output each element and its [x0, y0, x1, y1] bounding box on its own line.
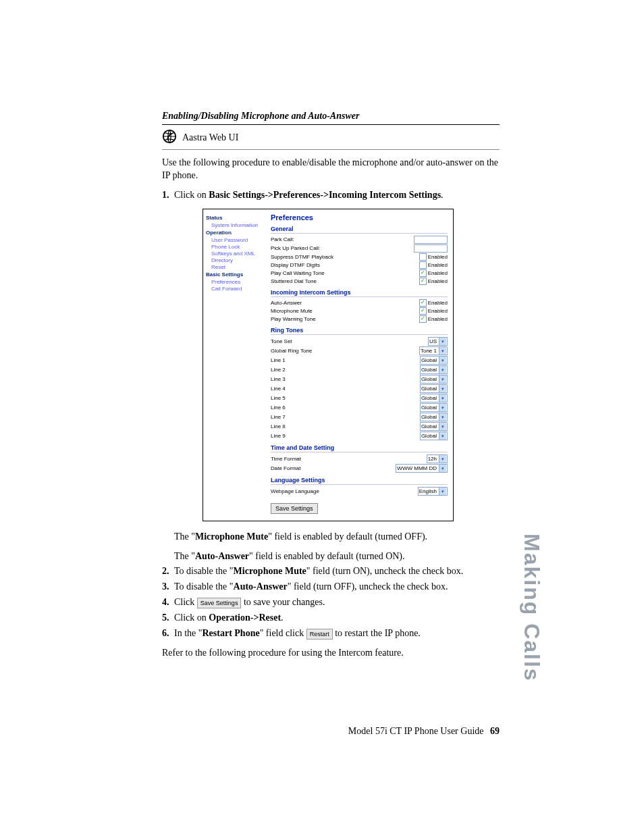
- step-bold: Microphone Mute: [234, 566, 306, 576]
- webui-page-title: Preferences: [271, 213, 448, 221]
- line8-label: Line 8: [271, 423, 286, 429]
- footer-guide-title: Model 57i CT IP Phone User Guide: [348, 726, 484, 736]
- section-title: Enabling/Disabling Microphone and Auto-A…: [162, 111, 500, 125]
- step-6: 6. In the "Restart Phone" field click Re…: [162, 627, 500, 640]
- line4-label: Line 4: [271, 386, 286, 392]
- enabled-label: Enabled: [428, 253, 448, 259]
- select-value: Global: [421, 405, 437, 411]
- restart-inline-button: Restart: [306, 629, 333, 640]
- park-call-label: Park Call:: [271, 236, 294, 242]
- chevron-down-icon: ▾: [439, 394, 446, 402]
- line5-label: Line 5: [271, 395, 286, 401]
- chevron-down-icon: ▾: [439, 488, 446, 495]
- step-text: Click on: [174, 190, 209, 200]
- line4-select[interactable]: Global▾: [420, 384, 448, 393]
- line7-label: Line 7: [271, 414, 286, 420]
- step-text: In the ": [174, 628, 202, 638]
- mute-note: The "Microphone Mute" field is enabled b…: [174, 531, 500, 544]
- chevron-down-icon: ▾: [439, 385, 446, 392]
- line1-select[interactable]: Global▾: [420, 356, 448, 365]
- mic-mute-label: Microphone Mute: [271, 308, 313, 314]
- save-settings-button[interactable]: Save Settings: [271, 503, 318, 514]
- play-warn-label: Play Warning Tone: [271, 316, 316, 322]
- global-ring-select[interactable]: Tone 1▾: [419, 346, 448, 355]
- line3-label: Line 3: [271, 376, 286, 382]
- line7-select[interactable]: Global▾: [420, 413, 448, 421]
- stutter-checkbox[interactable]: [419, 278, 427, 285]
- enabled-label: Enabled: [428, 315, 448, 321]
- chevron-down-icon: ▾: [439, 404, 446, 411]
- section-tab: Making Calls: [519, 533, 544, 682]
- play-cwt-label: Play Call Waiting Tone: [271, 270, 325, 276]
- step-text-end: to restart the IP phone.: [333, 628, 421, 638]
- enabled-label: Enabled: [428, 269, 448, 276]
- step-number: 6.: [162, 627, 169, 640]
- auto-answer-checkbox[interactable]: [419, 299, 427, 307]
- time-format-label: Time Format: [271, 456, 301, 462]
- select-value: Global: [421, 423, 437, 429]
- nav-phone-lock[interactable]: Phone Lock: [211, 244, 265, 250]
- select-value: Tone 1: [421, 348, 437, 354]
- time-format-select[interactable]: 12h▾: [427, 454, 448, 463]
- display-dtmf-label: Display DTMF Digits: [271, 262, 320, 268]
- select-value: English: [419, 488, 437, 494]
- select-value: Global: [421, 357, 437, 363]
- stutter-label: Stuttered Dial Tone: [271, 278, 317, 284]
- select-value: Global: [421, 367, 437, 373]
- date-format-label: Date Format: [271, 465, 300, 471]
- enabled-label: Enabled: [428, 261, 448, 267]
- display-dtmf-checkbox[interactable]: [419, 261, 427, 269]
- step-text-end: " field (turn OFF), uncheck the check bo…: [288, 581, 448, 592]
- nav-system-info[interactable]: System Information: [211, 222, 265, 228]
- webpage-lang-select[interactable]: English▾: [418, 487, 448, 496]
- chevron-down-icon: ▾: [439, 338, 446, 345]
- chevron-down-icon: ▾: [439, 413, 446, 421]
- step-1: 1. Click on Basic Settings->Preferences-…: [162, 189, 500, 202]
- webui-nav: Status System Information Operation User…: [203, 209, 268, 521]
- ring-section-header: Ring Tones: [271, 327, 448, 335]
- chevron-down-icon: ▾: [439, 375, 446, 383]
- nav-directory[interactable]: Directory: [211, 257, 265, 263]
- park-call-input[interactable]: [414, 236, 448, 244]
- step-text-end: .: [441, 190, 444, 200]
- globe-icon: [162, 129, 177, 147]
- step-text-end: " field (turn ON), uncheck the check box…: [306, 566, 463, 576]
- select-value: Global: [421, 376, 437, 382]
- play-warn-checkbox[interactable]: [419, 315, 427, 323]
- enabled-label: Enabled: [428, 278, 448, 284]
- nav-reset[interactable]: Reset: [211, 264, 265, 270]
- mic-mute-checkbox[interactable]: [419, 307, 427, 315]
- nav-user-password[interactable]: User Password: [211, 237, 265, 243]
- chevron-down-icon: ▾: [439, 432, 446, 440]
- pickup-input[interactable]: [414, 244, 448, 253]
- select-value: WWW MMM DD: [397, 465, 437, 471]
- step-number: 1.: [162, 189, 169, 202]
- play-cwt-checkbox[interactable]: [419, 269, 427, 277]
- select-value: 12h: [428, 456, 437, 462]
- nav-softkeys-xml[interactable]: Softkeys and XML: [211, 251, 265, 257]
- chevron-down-icon: ▾: [439, 366, 446, 373]
- line6-select[interactable]: Global▾: [420, 403, 448, 412]
- step-number: 2.: [162, 565, 169, 578]
- suppress-dtmf-checkbox[interactable]: [419, 253, 427, 261]
- page-footer: Model 57i CT IP Phone User Guide 69: [162, 726, 500, 737]
- step-5: 5. Click on Operation->Reset.: [162, 612, 500, 625]
- line2-select[interactable]: Global▾: [420, 365, 448, 374]
- step-text: To disable the ": [174, 566, 234, 576]
- line5-select[interactable]: Global▾: [420, 394, 448, 402]
- date-format-select[interactable]: WWW MMM DD▾: [396, 464, 448, 473]
- webui-screenshot: Status System Information Operation User…: [203, 209, 454, 521]
- line3-select[interactable]: Global▾: [420, 375, 448, 384]
- tone-set-label: Tone Set: [271, 338, 292, 344]
- line9-select[interactable]: Global▾: [420, 432, 448, 440]
- select-value: Global: [421, 395, 437, 401]
- nav-preferences[interactable]: Preferences: [211, 279, 265, 285]
- enabled-label: Enabled: [428, 307, 448, 313]
- tone-set-select[interactable]: US▾: [428, 337, 448, 346]
- webui-main: Preferences General Park Call: Pick Up P…: [268, 209, 453, 521]
- line8-select[interactable]: Global▾: [420, 422, 448, 431]
- step-number: 4.: [162, 596, 169, 609]
- nav-call-forward[interactable]: Call Forward: [211, 286, 265, 292]
- step-bold: Basic Settings->Preferences->Incoming In…: [209, 190, 441, 200]
- step-bold: Auto-Answer: [234, 581, 288, 592]
